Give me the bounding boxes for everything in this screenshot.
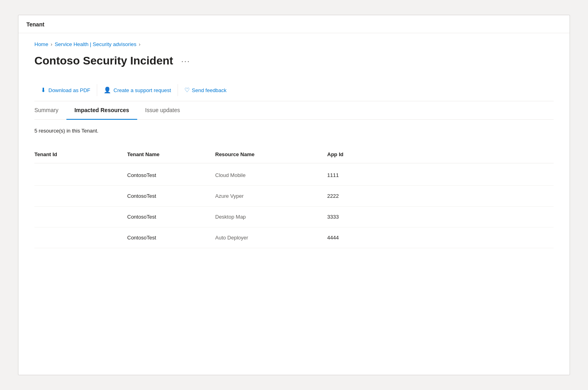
download-pdf-label: Download as PDF	[48, 87, 90, 93]
cell-resource-name-1: Azure Vyper	[210, 187, 322, 205]
impacted-resources-table: Tenant Id Tenant Name Resource Name App …	[34, 146, 554, 248]
person-icon: 👤	[104, 86, 111, 94]
col-header-tenant-id: Tenant Id	[34, 149, 122, 160]
col-header-app-id: App Id	[322, 149, 394, 160]
col-header-resource-name: Resource Name	[210, 149, 322, 160]
cell-tenant-id-0	[34, 167, 122, 184]
main-content: Home › Service Health | Security advisor…	[18, 33, 570, 264]
cell-tenant-name-1: ContosoTest	[122, 187, 210, 205]
tab-impacted-resources[interactable]: Impacted Resources	[66, 101, 137, 120]
cell-resource-name-0: Cloud Mobile	[210, 167, 322, 184]
heart-icon: ♡	[184, 86, 190, 94]
window-title-bar: Tenant	[18, 15, 570, 33]
cell-app-id-0: 1111	[322, 167, 394, 184]
page-title-row: Contoso Security Incident ···	[34, 54, 554, 67]
breadcrumb-sep-1: ›	[51, 42, 52, 47]
cell-resource-name-3: Auto Deployer	[210, 229, 322, 246]
create-support-request-button[interactable]: 👤 Create a support request	[97, 84, 178, 96]
download-icon: ⬇	[41, 86, 46, 94]
cell-app-id-1: 2222	[322, 187, 394, 205]
cell-tenant-id-1	[34, 187, 122, 205]
tabs-container: Summary Impacted Resources Issue updates	[34, 101, 554, 120]
table-row: ContosoTest Azure Vyper 2222	[34, 186, 554, 207]
main-window: Tenant Home › Service Health | Security …	[18, 15, 570, 375]
page-title: Contoso Security Incident	[34, 54, 173, 67]
tab-summary[interactable]: Summary	[34, 101, 66, 120]
breadcrumb: Home › Service Health | Security advisor…	[34, 41, 554, 47]
more-options-button[interactable]: ···	[179, 55, 193, 66]
breadcrumb-service-health[interactable]: Service Health | Security advisories	[55, 41, 136, 47]
cell-tenant-id-3	[34, 229, 122, 246]
breadcrumb-home[interactable]: Home	[34, 41, 48, 47]
table-row: ContosoTest Cloud Mobile 1111	[34, 165, 554, 186]
table-row: ContosoTest Desktop Map 3333	[34, 207, 554, 227]
table-header-row: Tenant Id Tenant Name Resource Name App …	[34, 146, 554, 163]
table-row: ContosoTest Auto Deployer 4444	[34, 227, 554, 248]
cell-tenant-name-0: ContosoTest	[122, 167, 210, 184]
cell-app-id-3: 4444	[322, 229, 394, 246]
resource-count-text: 5 resource(s) in this Tenant.	[34, 128, 554, 134]
col-header-tenant-name: Tenant Name	[122, 149, 210, 160]
cell-tenant-name-3: ContosoTest	[122, 229, 210, 246]
send-feedback-button[interactable]: ♡ Send feedback	[178, 84, 233, 96]
cell-resource-name-2: Desktop Map	[210, 208, 322, 225]
download-pdf-button[interactable]: ⬇ Download as PDF	[34, 84, 97, 96]
cell-tenant-id-2	[34, 208, 122, 225]
create-support-label: Create a support request	[114, 87, 171, 93]
send-feedback-label: Send feedback	[192, 87, 227, 93]
breadcrumb-sep-2: ›	[139, 42, 140, 47]
toolbar: ⬇ Download as PDF 👤 Create a support req…	[34, 79, 554, 101]
cell-tenant-name-2: ContosoTest	[122, 208, 210, 225]
tab-issue-updates[interactable]: Issue updates	[137, 101, 188, 120]
cell-app-id-2: 3333	[322, 208, 394, 225]
window-title: Tenant	[26, 21, 44, 28]
